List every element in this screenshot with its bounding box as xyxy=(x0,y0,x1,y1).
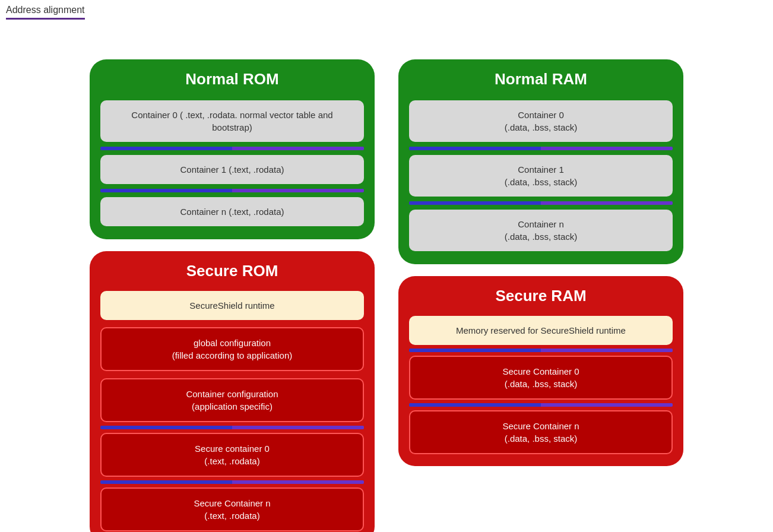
left-column: Normal ROM Container 0 ( .text, .rodata.… xyxy=(90,59,375,532)
normal-rom-container0: Container 0 ( .text, .rodata. normal vec… xyxy=(100,100,364,142)
divider-ram-2 xyxy=(409,201,673,205)
divider-secure-rom-2 xyxy=(100,480,364,484)
divider-secure-ram-1 xyxy=(409,349,673,352)
main-layout: Normal ROM Container 0 ( .text, .rodata.… xyxy=(12,59,761,532)
normal-rom-items: Container 0 ( .text, .rodata. normal vec… xyxy=(98,96,366,231)
divider-secure-rom-1 xyxy=(100,426,364,429)
memory-reserved: Memory reserved for SecureShield runtime xyxy=(409,316,673,345)
normal-rom-title: Normal ROM xyxy=(98,65,366,96)
normal-rom-containern: Container n (.text, .rodata) xyxy=(100,197,364,226)
address-alignment-label: Address alignment xyxy=(6,5,85,20)
secure-rom-block: Secure ROM SecureShield runtime global c… xyxy=(90,251,375,532)
global-config: global configuration(filled according to… xyxy=(100,327,364,371)
normal-ram-container0: Container 0(.data, .bss, stack) xyxy=(409,100,673,142)
normal-rom-container1: Container 1 (.text, .rodata) xyxy=(100,155,364,184)
normal-ram-title: Normal RAM xyxy=(407,65,675,96)
secure-ram-block: Secure RAM Memory reserved for SecureShi… xyxy=(398,276,683,466)
page-container: Address alignment Normal ROM Container 0… xyxy=(0,0,773,532)
secure-ram-container0: Secure Container 0(.data, .bss, stack) xyxy=(409,356,673,400)
normal-ram-items: Container 0(.data, .bss, stack) Containe… xyxy=(407,96,675,256)
secure-container-0: Secure container 0(.text, .rodata) xyxy=(100,433,364,477)
normal-ram-container1: Container 1(.data, .bss, stack) xyxy=(409,155,673,197)
normal-rom-block: Normal ROM Container 0 ( .text, .rodata.… xyxy=(90,59,375,239)
divider-2 xyxy=(100,189,364,192)
right-column: Normal RAM Container 0(.data, .bss, stac… xyxy=(398,59,683,532)
secure-rom-items: SecureShield runtime global configuratio… xyxy=(98,287,366,532)
divider-secure-ram-2 xyxy=(409,403,673,407)
divider-ram-1 xyxy=(409,147,673,150)
normal-ram-block: Normal RAM Container 0(.data, .bss, stac… xyxy=(398,59,683,264)
normal-ram-containern: Container n(.data, .bss, stack) xyxy=(409,210,673,251)
secureshield-runtime: SecureShield runtime xyxy=(100,291,364,320)
divider-1 xyxy=(100,147,364,150)
container-config: Container configuration(application spec… xyxy=(100,378,364,422)
secure-ram-containern: Secure Container n(.data, .bss, stack) xyxy=(409,410,673,454)
secure-container-n: Secure Container n(.text, .rodata) xyxy=(100,487,364,531)
secure-rom-title: Secure ROM xyxy=(98,257,366,287)
secure-ram-title: Secure RAM xyxy=(407,282,675,312)
secure-ram-items: Memory reserved for SecureShield runtime… xyxy=(407,312,675,458)
